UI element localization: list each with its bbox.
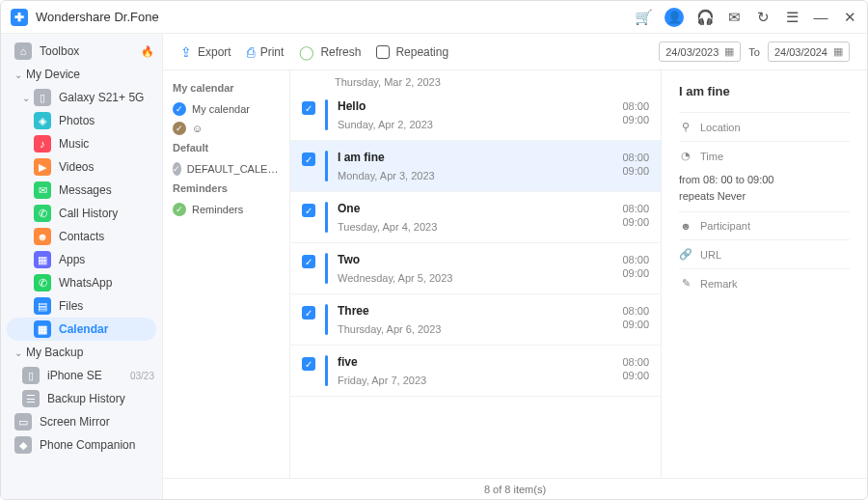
sidebar-item-apps[interactable]: ▦Apps: [1, 248, 162, 271]
check-dot-icon: ✓: [173, 102, 186, 116]
sidebar-item-my-backup[interactable]: ⌄My Backup: [1, 341, 162, 364]
sidebar-item-videos[interactable]: ▶Videos: [1, 155, 162, 179]
participant-icon: ☻: [679, 220, 692, 232]
event-date: Monday, Apr 3, 2023: [338, 170, 612, 181]
photos-icon: ◈: [34, 112, 51, 129]
event-list-date-header: Thursday, Mar 2, 2023: [290, 70, 661, 90]
detail-remark: ✎Remark: [679, 268, 850, 297]
event-times: 08:0009:00: [622, 202, 649, 230]
minimize-icon[interactable]: —: [813, 10, 828, 25]
home-icon: ⌂: [14, 42, 32, 60]
detail-participant: ☻Participant: [679, 211, 850, 239]
event-list[interactable]: Thursday, Mar 2, 2023 ✓ HelloSunday, Apr…: [290, 70, 661, 478]
whatsapp-icon: ✆: [34, 274, 51, 292]
calendar-item[interactable]: ✓My calendar: [173, 99, 280, 119]
event-row[interactable]: ✓ HelloSunday, Apr 2, 2023 08:0009:00: [290, 90, 661, 141]
event-row[interactable]: ✓ fiveFriday, Apr 7, 2023 08:0009:00: [290, 346, 661, 397]
sidebar-item-contacts[interactable]: ☻Contacts: [1, 225, 162, 248]
app-title: Wondershare Dr.Fone: [36, 10, 636, 24]
event-color-bar: [325, 202, 328, 233]
remark-icon: ✎: [679, 277, 692, 290]
list-icon[interactable]: ☰: [784, 10, 800, 25]
event-color-bar: [325, 253, 328, 284]
support-icon[interactable]: 🎧: [697, 10, 713, 25]
sidebar-item-calendar[interactable]: ▦Calendar: [7, 318, 156, 341]
sidebar-item-photos[interactable]: ◈Photos: [1, 109, 162, 132]
user-avatar-icon[interactable]: 👤: [665, 8, 684, 27]
event-times: 08:0009:00: [622, 355, 649, 383]
sidebar-item-galaxy[interactable]: ⌄ ▯ Galaxy S21+ 5G: [1, 86, 162, 109]
calendar-list-panel: My calendar ✓My calendar ✓☺ Default ✓DEF…: [163, 70, 290, 478]
event-date: Friday, Apr 7, 2023: [338, 375, 612, 386]
export-button[interactable]: ⇪Export: [180, 44, 231, 60]
print-button[interactable]: ⎙Print: [247, 44, 285, 60]
sidebar-item-my-device[interactable]: ⌄ My Device: [1, 63, 162, 86]
event-checkbox[interactable]: ✓: [302, 101, 315, 115]
sidebar-item-iphone-se[interactable]: ▯iPhone SE03/23: [1, 364, 162, 387]
check-dot-icon: ✓: [173, 162, 181, 176]
event-row[interactable]: ✓ TwoWednesday, Apr 5, 2023 08:0009:00: [290, 243, 661, 294]
sidebar-item-phone-companion[interactable]: ◆Phone Companion: [1, 433, 162, 457]
sidebar-item-whatsapp[interactable]: ✆WhatsApp: [1, 271, 162, 294]
columns: My calendar ✓My calendar ✓☺ Default ✓DEF…: [163, 70, 867, 478]
calendar-group-head: Reminders: [173, 182, 280, 194]
mail-icon[interactable]: ✉: [726, 10, 742, 25]
checkbox-icon: [376, 45, 390, 59]
event-row[interactable]: ✓ OneTuesday, Apr 4, 2023 08:0009:00: [290, 192, 661, 243]
apps-icon: ▦: [34, 251, 51, 268]
event-checkbox[interactable]: ✓: [302, 255, 315, 268]
date-from-input[interactable]: 24/03/2023▦: [659, 42, 741, 62]
sidebar-item-backup-history[interactable]: ☰Backup History: [1, 387, 162, 410]
backup-history-icon: ☰: [22, 390, 40, 407]
event-times: 08:0009:00: [622, 151, 649, 179]
event-row[interactable]: ✓ I am fineMonday, Apr 3, 2023 08:0009:0…: [290, 141, 661, 192]
refresh-button[interactable]: ◯Refresh: [299, 44, 361, 60]
toolbar: ⇪Export ⎙Print ◯Refresh Repeating 24/03/…: [163, 34, 867, 70]
event-times: 08:0009:00: [622, 304, 649, 332]
chevron-down-icon: ⌄: [22, 93, 34, 103]
sidebar-item-toolbox[interactable]: ⌂ Toolbox 🔥: [1, 40, 162, 63]
phone-companion-icon: ◆: [14, 436, 32, 454]
titlebar-actions: 🛒 👤 🎧 ✉ ↻ ☰ — ✕: [636, 8, 857, 27]
date-to-input[interactable]: 24/03/2024▦: [768, 42, 850, 62]
detail-time: ◔Time: [679, 141, 850, 170]
sidebar-item-music[interactable]: ♪Music: [1, 132, 162, 155]
event-date: Tuesday, Apr 4, 2023: [338, 221, 612, 233]
sidebar-item-screen-mirror[interactable]: ▭Screen Mirror: [1, 410, 162, 433]
detail-title: I am fine: [679, 84, 850, 98]
event-times: 08:0009:00: [622, 99, 649, 127]
detail-location: ⚲Location: [679, 112, 850, 141]
event-title: One: [338, 202, 612, 215]
history-icon[interactable]: ↻: [755, 10, 771, 25]
hot-badge-icon: 🔥: [141, 45, 154, 58]
calendar-item[interactable]: ✓Reminders: [173, 200, 280, 219]
chevron-down-icon: ⌄: [14, 347, 26, 358]
event-details-panel: I am fine ⚲Location ◔Time from 08: 00 to…: [661, 70, 867, 478]
calendar-icon: ▦: [34, 320, 51, 338]
check-dot-icon: ✓: [173, 122, 186, 135]
calendar-item[interactable]: ✓DEFAULT_CALENDAR_NAME: [173, 159, 280, 179]
call-icon: ✆: [34, 205, 51, 222]
calendar-item[interactable]: ✓☺: [173, 119, 280, 138]
sidebar-item-call-history[interactable]: ✆Call History: [1, 202, 162, 225]
repeating-toggle[interactable]: Repeating: [376, 45, 448, 59]
event-checkbox[interactable]: ✓: [302, 306, 315, 319]
close-icon[interactable]: ✕: [842, 10, 857, 25]
event-checkbox[interactable]: ✓: [302, 357, 315, 371]
event-title: Three: [338, 304, 612, 318]
sidebar-item-messages[interactable]: ✉Messages: [1, 179, 162, 202]
date-range: 24/03/2023▦ To 24/03/2024▦: [659, 42, 850, 62]
event-date: Thursday, Apr 6, 2023: [338, 323, 612, 335]
event-checkbox[interactable]: ✓: [302, 204, 315, 217]
to-label: To: [748, 46, 760, 58]
event-date: Wednesday, Apr 5, 2023: [338, 272, 612, 284]
export-icon: ⇪: [180, 44, 192, 60]
event-checkbox[interactable]: ✓: [302, 153, 315, 166]
clock-icon: ◔: [679, 150, 692, 162]
main-area: ⌂ Toolbox 🔥 ⌄ My Device ⌄ ▯ Galaxy S21+ …: [1, 34, 867, 499]
event-row[interactable]: ✓ ThreeThursday, Apr 6, 2023 08:0009:00: [290, 294, 661, 346]
videos-icon: ▶: [34, 158, 51, 176]
sidebar-item-files[interactable]: ▤Files: [1, 294, 162, 318]
cart-icon[interactable]: 🛒: [636, 10, 651, 25]
status-footer: 8 of 8 item(s): [163, 478, 867, 499]
